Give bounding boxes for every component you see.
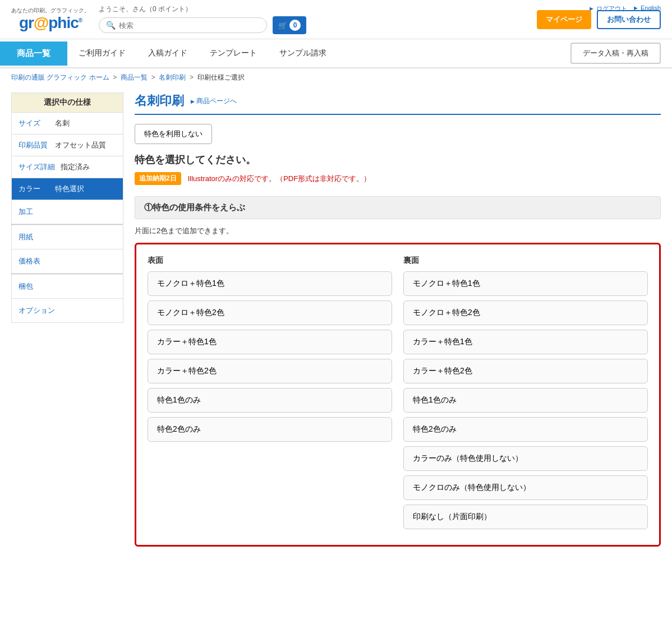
product-page-link[interactable]: 商品ページへ [191,96,237,106]
selection-cols: 表面 モノクロ＋特色1色モノクロ＋特色2色カラー＋特色1色カラー＋特色2色特色1… [148,256,648,534]
nav-item-guide[interactable]: ご利用ガイド [67,41,137,65]
sidebar-item-quality[interactable]: 印刷品質 オフセット品質 [11,135,123,156]
sidebar-item-color[interactable]: カラー 特色選択 [11,178,123,200]
step1-header: ①特色の使用条件をえらぶ [135,196,661,219]
col-front-header: 表面 [148,256,392,266]
back-option-4[interactable]: 特色1色のみ [403,388,648,413]
nav-item-nyuko[interactable]: 入稿ガイド [137,41,199,65]
nav-item-products[interactable]: 商品一覧 [0,41,67,66]
back-option-8[interactable]: 印刷なし（片面印刷） [403,505,648,529]
nav-right: データ入稿・再入稿 [559,39,672,67]
front-option-3[interactable]: カラー＋特色2色 [148,359,392,383]
sidebar-link-2[interactable]: 価格表 [11,249,123,274]
back-option-3[interactable]: カラー＋特色2色 [403,359,648,383]
front-option-0[interactable]: モノクロ＋特色1色 [148,271,392,296]
front-option-2[interactable]: カラー＋特色1色 [148,330,392,354]
notice-text: Illustratorのみの対応です。（PDF形式は非対応です。） [188,174,371,184]
sidebar: 選択中の仕様 サイズ 名刺 印刷品質 オフセット品質 サイズ詳細 指定済み カラ… [11,92,123,547]
sidebar-label-size-detail: サイズ詳細 [19,162,55,172]
back-option-0[interactable]: モノクロ＋特色1色 [403,271,648,296]
cart-button[interactable]: 🛒 0 [273,16,306,34]
step1-desc: 片面に2色まで追加できます。 [135,226,661,236]
content: 名刺印刷 商品ページへ 特色を利用しない 特色を選択してください。 追加納期2日… [135,92,661,547]
front-option-1[interactable]: モノクロ＋特色2色 [148,300,392,325]
sidebar-item-size[interactable]: サイズ 名刺 [11,113,123,135]
welcome-text: ようこそ、さん（0 ポイント） [99,4,192,14]
search-input[interactable] [119,21,260,30]
logout-link[interactable]: ► ログアウト [588,4,627,13]
main-layout: 選択中の仕様 サイズ 名刺 印刷品質 オフセット品質 サイズ詳細 指定済み カラ… [0,87,672,552]
col-back: 裏面 モノクロ＋特色1色モノクロ＋特色2色カラー＋特色1色カラー＋特色2色特色1… [403,256,648,534]
back-option-6[interactable]: カラーのみ（特色使用しない） [403,446,648,471]
cart-count: 0 [289,20,301,31]
col-back-header: 裏面 [403,256,648,266]
breadcrumb-products[interactable]: 商品一覧 [121,73,148,81]
navbar: 商品一覧 ご利用ガイド 入稿ガイド テンプレート サンプル請求 データ入稿・再入… [0,39,672,68]
nav-item-template[interactable]: テンプレート [199,41,268,65]
header-right: ► ログアウト ► English マイページ お問い合わせ [537,10,661,29]
search-box: 🔍 [99,17,267,33]
sidebar-value-size: 名刺 [55,118,70,128]
sidebar-link-0[interactable]: 加工 [11,200,123,224]
breadcrumb-meishi[interactable]: 名刺印刷 [159,73,186,81]
mypage-button[interactable]: マイページ [537,10,591,29]
btn-no-special[interactable]: 特色を利用しない [135,124,212,144]
nav-item-sample[interactable]: サンプル請求 [268,41,338,65]
back-option-2[interactable]: カラー＋特色1色 [403,330,648,354]
col-front: 表面 モノクロ＋特色1色モノクロ＋特色2色カラー＋特色1色カラー＋特色2色特色1… [148,256,392,534]
selection-box: 表面 モノクロ＋特色1色モノクロ＋特色2色カラー＋特色1色カラー＋特色2色特色1… [135,243,661,547]
sidebar-link-1[interactable]: 用紙 [11,225,123,249]
sidebar-value-quality: オフセット品質 [55,140,106,150]
sidebar-label-quality: 印刷品質 [19,140,49,150]
english-link[interactable]: ► English [633,4,661,13]
sidebar-value-color: 特色選択 [55,184,84,194]
sidebar-title: 選択中の仕様 [11,92,123,113]
logo-tagline: あなたの印刷。グラフィック。 [11,7,90,15]
front-option-4[interactable]: 特色1色のみ [148,388,392,413]
badge-extra-days: 追加納期2日 [135,172,181,185]
logo[interactable]: gr@phic® [19,15,82,32]
breadcrumb: 印刷の通販 グラフィック ホーム > 商品一覧 > 名刺印刷 > 印刷仕様ご選択 [0,68,672,87]
page-title-row: 名刺印刷 商品ページへ [135,92,661,115]
logo-area: あなたの印刷。グラフィック。 gr@phic® [11,7,90,32]
breadcrumb-current: 印刷仕様ご選択 [197,73,245,81]
sidebar-label-color: カラー [19,184,49,194]
section-heading: 特色を選択してください。 [135,153,661,166]
data-upload-button[interactable]: データ入稿・再入稿 [570,43,661,64]
sidebar-link-3[interactable]: 梱包 [11,275,123,299]
back-option-5[interactable]: 特色2色のみ [403,417,648,442]
search-icon: 🔍 [106,21,116,30]
sidebar-link-4[interactable]: オプション [11,299,123,323]
front-option-5[interactable]: 特色2色のみ [148,417,392,442]
notice-row: 追加納期2日 Illustratorのみの対応です。（PDF形式は非対応です。） [135,172,661,185]
breadcrumb-home[interactable]: 印刷の通販 グラフィック ホーム [11,73,109,81]
page-title: 名刺印刷 [135,92,184,109]
back-option-7[interactable]: モノクロのみ（特色使用しない） [403,475,648,500]
back-option-1[interactable]: モノクロ＋特色2色 [403,300,648,325]
search-area: ようこそ、さん（0 ポイント） 🔍 🛒 0 [99,4,528,34]
sidebar-item-size-detail[interactable]: サイズ詳細 指定済み [11,156,123,178]
sidebar-label-size: サイズ [19,118,49,128]
sidebar-value-size-detail: 指定済み [61,162,90,172]
